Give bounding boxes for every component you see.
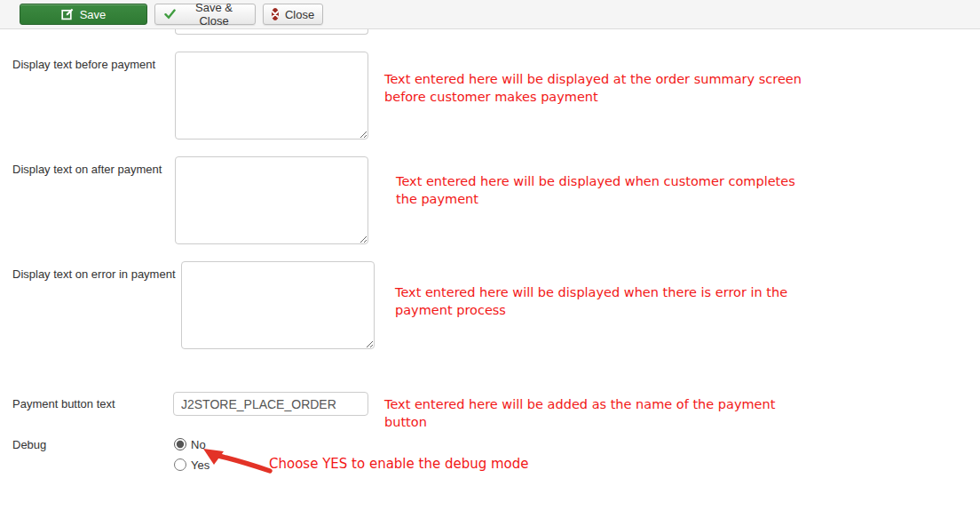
- close-icon: [272, 8, 279, 20]
- debug-radio-no[interactable]: [174, 438, 186, 450]
- label-display-text-error-payment: Display text on error in payment: [12, 267, 176, 281]
- close-button-label: Close: [285, 8, 314, 21]
- label-debug: Debug: [12, 438, 46, 451]
- display-text-after-payment-textarea[interactable]: [175, 156, 368, 244]
- save-and-close-button[interactable]: Save & Close: [154, 4, 256, 25]
- save-pencil-square-icon: [61, 8, 74, 20]
- save-and-close-button-label: Save & Close: [182, 1, 246, 28]
- note-after-payment: Text entered here will be displayed when…: [396, 173, 795, 208]
- note-error-payment: Text entered here will be displayed when…: [395, 284, 787, 319]
- note-line: Text entered here will be displayed when…: [396, 173, 795, 191]
- plugin-settings-page: { "toolbar": { "save_label": "Save", "sa…: [0, 0, 980, 526]
- note-payment-button-text: Text entered here will be added as the n…: [384, 396, 775, 431]
- note-line: Text entered here will be displayed when…: [395, 284, 787, 302]
- textarea-cutoff-above[interactable]: [175, 29, 368, 35]
- save-button-label: Save: [80, 8, 107, 21]
- toolbar: Save Save & Close Close: [0, 0, 980, 29]
- note-line: before customer makes payment: [384, 89, 802, 107]
- note-line: button: [384, 414, 775, 432]
- debug-radio-yes[interactable]: [174, 458, 186, 471]
- note-line: Text entered here will be displayed at t…: [384, 71, 802, 89]
- save-button[interactable]: Save: [20, 4, 147, 25]
- close-button[interactable]: Close: [263, 4, 323, 25]
- label-display-text-after-payment: Display text on after payment: [12, 163, 162, 176]
- note-line: the payment: [396, 191, 795, 209]
- note-line: payment process: [395, 302, 787, 320]
- check-icon: [164, 9, 176, 20]
- display-text-before-payment-textarea[interactable]: [175, 52, 368, 139]
- note-debug: Choose YES to enable the debug mode: [269, 456, 529, 474]
- label-payment-button-text: Payment button text: [12, 397, 115, 410]
- display-text-error-payment-textarea[interactable]: [181, 261, 375, 349]
- label-display-text-before-payment: Display text before payment: [12, 58, 155, 71]
- note-line: Text entered here will be added as the n…: [384, 396, 775, 414]
- annotation-arrow: [201, 443, 276, 477]
- payment-button-text-input[interactable]: [173, 392, 368, 416]
- note-before-payment: Text entered here will be displayed at t…: [384, 71, 802, 106]
